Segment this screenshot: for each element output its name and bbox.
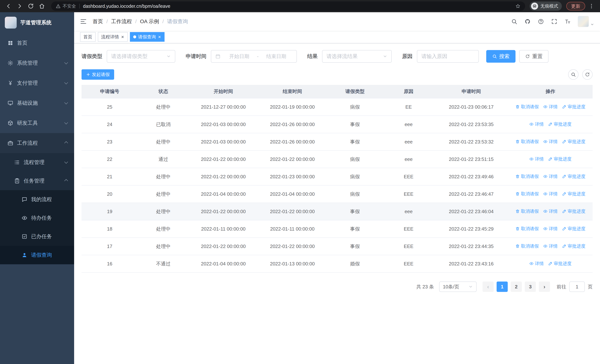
detail-action-link[interactable]: 详情 xyxy=(543,139,558,145)
result-select[interactable]: 请选择流结果 xyxy=(322,50,392,63)
page-button-3[interactable]: 3 xyxy=(525,281,536,292)
detail-action-link[interactable]: 详情 xyxy=(529,156,544,162)
sidebar-toggle-button[interactable] xyxy=(80,18,87,25)
cancel-action-link[interactable]: 取消请假 xyxy=(515,226,539,232)
breadcrumb-item[interactable]: 工作流程 xyxy=(111,18,132,25)
progress-action-link[interactable]: 审批进度 xyxy=(562,243,585,249)
active-tab-dot xyxy=(133,35,136,38)
sidebar-item[interactable]: 流程管理 xyxy=(0,153,74,172)
sidebar-item[interactable]: 我的流程 xyxy=(0,190,74,209)
detail-action-link[interactable]: 详情 xyxy=(543,208,558,214)
search-button[interactable]: 搜索 xyxy=(486,50,516,63)
leave-type-select[interactable]: 请选择请假类型 xyxy=(107,50,175,63)
sidebar-item[interactable]: 已办任务 xyxy=(0,227,74,246)
tab-label: 流程详情 xyxy=(101,34,119,40)
browser-reload-button[interactable] xyxy=(26,1,36,11)
total-count: 共 23 条 xyxy=(416,284,434,290)
sidebar-item[interactable]: 支付管理 xyxy=(0,73,74,93)
navbar-icons xyxy=(511,18,571,25)
app-body: 芋道管理系统 首页系统管理支付管理基础设施研发工具工作流程流程管理任务管理我的流… xyxy=(0,12,600,364)
cell-reason: eee xyxy=(383,116,434,133)
cell-id: 22 xyxy=(82,150,138,168)
sidebar-item[interactable]: 工作流程 xyxy=(0,133,74,153)
goto-page-input[interactable] xyxy=(569,281,585,292)
detail-action-link[interactable]: 详情 xyxy=(543,243,558,249)
github-button[interactable] xyxy=(525,18,531,25)
progress-action-link[interactable]: 审批进度 xyxy=(548,121,572,127)
sidebar-item[interactable]: 待办任务 xyxy=(0,209,74,227)
table-header-row: 申请编号状态开始时间结束时间请假类型原因申请时间操作 xyxy=(82,85,593,98)
apply-time-range-picker[interactable]: 开始日期 - 结束日期 xyxy=(211,50,297,63)
app-title: 芋道管理系统 xyxy=(20,19,52,26)
detail-action-link[interactable]: 详情 xyxy=(529,261,544,267)
user-avatar-menu[interactable] xyxy=(578,16,594,27)
help-button[interactable] xyxy=(538,18,544,25)
progress-action-link[interactable]: 审批进度 xyxy=(562,226,585,232)
sidebar-item[interactable]: 研发工具 xyxy=(0,113,74,133)
progress-action-link[interactable]: 审批进度 xyxy=(562,139,585,145)
sidebar-item[interactable]: 基础设施 xyxy=(0,93,74,113)
sidebar-item[interactable]: 首页 xyxy=(0,33,74,53)
app-logo[interactable]: 芋道管理系统 xyxy=(0,12,74,33)
page-button-1[interactable]: 1 xyxy=(497,281,508,292)
breadcrumb-item[interactable]: OA 示例 xyxy=(140,18,159,25)
view-tab[interactable]: 请假查询× xyxy=(130,32,165,42)
prev-page-button[interactable]: ‹ xyxy=(483,281,494,292)
view-tab[interactable]: 流程详情× xyxy=(98,32,128,42)
sidebar-item[interactable]: 请假查询 xyxy=(0,246,74,264)
toggle-search-button[interactable] xyxy=(568,69,579,80)
sidebar-item[interactable]: 任务管理 xyxy=(0,172,74,190)
action-label: 审批进度 xyxy=(554,261,572,267)
trash-icon xyxy=(515,244,520,248)
update-button[interactable]: 更新 xyxy=(566,2,585,10)
sidebar-item-label: 支付管理 xyxy=(17,80,38,86)
font-size-button[interactable] xyxy=(564,18,571,25)
sidebar-item[interactable]: 系统管理 xyxy=(0,53,74,73)
view-tab[interactable]: 首页 xyxy=(80,32,96,42)
tags-bar: 首页流程详情×请假查询× xyxy=(74,31,600,43)
detail-action-link[interactable]: 详情 xyxy=(529,121,544,127)
edit-icon xyxy=(548,261,553,266)
breadcrumb-item[interactable]: 首页 xyxy=(93,18,103,25)
sidebar-item-label: 工作流程 xyxy=(17,140,38,147)
reason-input[interactable] xyxy=(417,50,479,63)
cell-actions: 取消请假详情审批进度 xyxy=(508,220,593,238)
detail-action-link[interactable]: 详情 xyxy=(543,104,558,110)
progress-action-link[interactable]: 审批进度 xyxy=(562,173,585,179)
cancel-action-link[interactable]: 取消请假 xyxy=(515,243,539,249)
detail-action-link[interactable]: 详情 xyxy=(543,191,558,197)
create-leave-button[interactable]: 发起请假 xyxy=(82,69,114,80)
refresh-table-button[interactable] xyxy=(582,69,593,80)
browser-menu-button[interactable] xyxy=(587,1,596,11)
cancel-action-link[interactable]: 取消请假 xyxy=(515,208,539,214)
progress-action-link[interactable]: 审批进度 xyxy=(562,208,585,214)
next-page-button[interactable]: › xyxy=(539,281,550,292)
header-search-button[interactable] xyxy=(511,18,517,25)
page-button-2[interactable]: 2 xyxy=(511,281,522,292)
browser-forward-button[interactable] xyxy=(15,1,24,11)
action-label: 详情 xyxy=(549,226,558,232)
browser-home-button[interactable] xyxy=(37,1,47,11)
cancel-action-link[interactable]: 取消请假 xyxy=(515,173,539,179)
address-bar[interactable]: 不安全 dashboard.yudao.iocoder.cn/bpm/oa/le… xyxy=(51,1,525,11)
close-tab-icon[interactable]: × xyxy=(121,35,124,39)
cancel-action-link[interactable]: 取消请假 xyxy=(515,139,539,145)
top-navbar: 首页/工作流程/OA 示例/请假查询 xyxy=(74,12,600,31)
cancel-action-link[interactable]: 取消请假 xyxy=(515,191,539,197)
progress-action-link[interactable]: 审批进度 xyxy=(548,156,572,162)
calendar-icon xyxy=(215,54,221,59)
page-size-select[interactable]: 10条/页 xyxy=(439,281,477,292)
progress-action-link[interactable]: 审批进度 xyxy=(562,104,585,110)
fullscreen-button[interactable] xyxy=(551,18,557,25)
cancel-action-link[interactable]: 取消请假 xyxy=(515,104,539,110)
bookmark-star-icon[interactable] xyxy=(515,3,521,9)
browser-back-button[interactable] xyxy=(4,1,13,11)
detail-action-link[interactable]: 详情 xyxy=(543,173,558,179)
navbar-right xyxy=(511,16,594,27)
cell-apply_time: 2022-01-22 23:45:29 xyxy=(434,220,508,238)
detail-action-link[interactable]: 详情 xyxy=(543,226,558,232)
reset-button[interactable]: 重置 xyxy=(519,50,548,63)
close-tab-icon[interactable]: × xyxy=(158,35,161,39)
progress-action-link[interactable]: 审批进度 xyxy=(548,261,572,267)
progress-action-link[interactable]: 审批进度 xyxy=(562,191,585,197)
